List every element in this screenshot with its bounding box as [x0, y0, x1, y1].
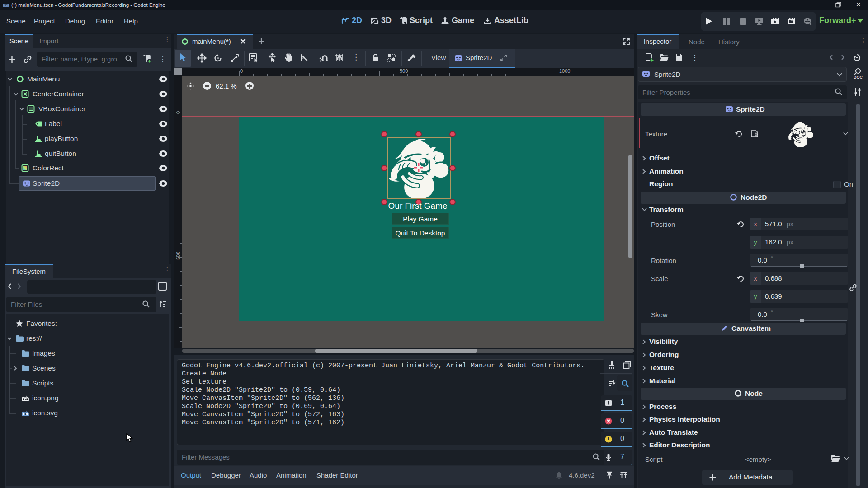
svg-text:DOC: DOC [854, 75, 863, 80]
